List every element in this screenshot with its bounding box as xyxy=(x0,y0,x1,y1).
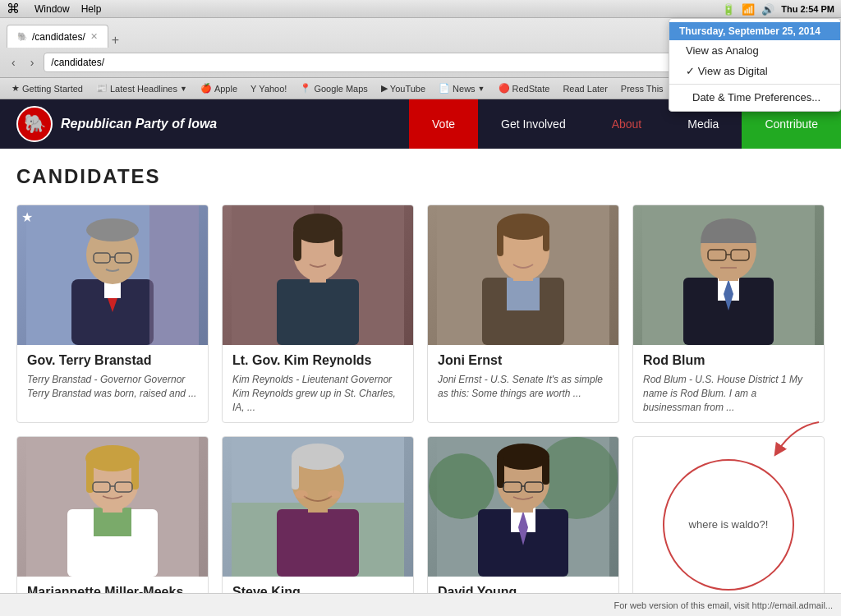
address-bar[interactable] xyxy=(44,53,701,72)
candidate-info-blum: Rod Blum Rod Blum - U.S. House District … xyxy=(633,345,824,422)
candidate-card-miller[interactable]: Mariannette Miller-Meeks xyxy=(16,436,209,614)
bookmark-label: Read Later xyxy=(563,84,607,94)
bottom-right-text: For web version of this email, visit htt… xyxy=(614,600,833,610)
bookmark-press-this[interactable]: Press This xyxy=(616,82,669,95)
candidate-photo-svg-blum xyxy=(633,205,824,345)
candidate-info-reynolds: Lt. Gov. Kim Reynolds Kim Reynolds - Lie… xyxy=(223,345,413,422)
svg-point-57 xyxy=(295,490,308,499)
bookmark-read-later[interactable]: Read Later xyxy=(558,82,612,95)
back-button[interactable]: ‹ xyxy=(7,54,21,71)
bookmark-label: Google Maps xyxy=(314,84,367,94)
candidate-card-reynolds[interactable]: Lt. Gov. Kim Reynolds Kim Reynolds - Lie… xyxy=(222,205,414,423)
svg-point-7 xyxy=(86,218,139,241)
nav-vote[interactable]: Vote xyxy=(409,99,478,149)
candidate-photo-blum xyxy=(633,205,824,345)
candidate-card-king[interactable]: Steve King xyxy=(222,436,414,614)
bookmark-label: Press This xyxy=(621,84,664,94)
bookmark-icon: 📰 xyxy=(96,83,108,94)
candidate-photo-king xyxy=(223,437,413,577)
candidate-photo-svg-young xyxy=(428,437,618,577)
battery-icon: 🔋 xyxy=(722,3,735,16)
svg-rect-28 xyxy=(543,225,549,251)
candidates-row-2: Mariannette Miller-Meeks xyxy=(16,436,825,614)
datetime-prefs-item[interactable]: Date & Time Preferences... xyxy=(669,87,840,108)
menu-window[interactable]: Window xyxy=(34,3,70,15)
candidate-card-ernst[interactable]: Joni Ernst Joni Ernst - U.S. Senate It's… xyxy=(427,205,619,423)
waldo-text: where is waldo?! xyxy=(689,518,769,531)
svg-rect-20 xyxy=(334,228,342,257)
candidate-name-ernst: Joni Ernst xyxy=(438,353,609,368)
candidate-card-blum[interactable]: Rod Blum Rod Blum - U.S. House District … xyxy=(632,205,825,423)
bookmark-redstate[interactable]: 🔴 RedState xyxy=(494,81,555,95)
bookmark-icon: 📄 xyxy=(439,83,450,94)
candidate-desc-reynolds: Kim Reynolds - Lieutenant Governor Kim R… xyxy=(232,373,403,414)
svg-rect-68 xyxy=(497,457,504,488)
svg-rect-11 xyxy=(149,205,199,345)
bookmark-youtube[interactable]: ▶ YouTube xyxy=(376,81,430,95)
new-tab-button[interactable]: + xyxy=(112,33,119,48)
tab-close-icon[interactable]: ✕ xyxy=(90,31,98,42)
wifi-icon: 📶 xyxy=(742,3,755,16)
candidate-name-blum: Rod Blum xyxy=(643,353,814,368)
svg-point-26 xyxy=(497,214,549,240)
candidate-desc-blum: Rod Blum - U.S. House District 1 My name… xyxy=(643,373,814,414)
view-analog-item[interactable]: View as Analog xyxy=(669,40,840,61)
bookmark-label: Apple xyxy=(214,84,237,94)
candidate-card-young[interactable]: David Young xyxy=(427,436,619,614)
browser-tab[interactable]: 🐘 /candidates/ ✕ xyxy=(7,25,108,48)
candidate-photo-young xyxy=(428,437,618,577)
menubar-left: ⌘ Window Help xyxy=(7,1,101,16)
bookmark-label: News xyxy=(453,84,476,94)
bookmark-yahoo[interactable]: Y Yahoo! xyxy=(246,82,292,95)
candidate-card-branstad[interactable]: ★ xyxy=(16,205,209,423)
os-menubar: ⌘ Window Help 🔋 📶 🔊 Thu 2:54 PM xyxy=(0,0,841,18)
candidate-name-reynolds: Lt. Gov. Kim Reynolds xyxy=(232,353,403,368)
clock-display[interactable]: Thu 2:54 PM xyxy=(781,4,834,14)
forward-button[interactable]: › xyxy=(25,54,39,71)
svg-rect-23 xyxy=(507,278,540,310)
website: 🐘 Republican Party of Iowa Vote Get Invo… xyxy=(0,99,841,616)
bookmark-maps[interactable]: 📍 Google Maps xyxy=(295,81,372,95)
bookmark-getting-started[interactable]: ★ Getting Started xyxy=(7,81,88,95)
candidates-section: CANDIDATES ★ xyxy=(0,149,841,616)
svg-rect-27 xyxy=(497,225,503,256)
bookmark-label: Getting Started xyxy=(22,84,83,94)
clock-dropdown: Thursday, September 25, 2014 View as Ana… xyxy=(669,18,841,112)
dropdown-header: Thursday, September 25, 2014 xyxy=(669,22,840,40)
svg-point-67 xyxy=(497,444,549,470)
bookmark-label: Yahoo! xyxy=(259,84,287,94)
waldo-arrow-svg xyxy=(761,418,827,467)
tab-favicon: 🐘 xyxy=(17,32,27,41)
candidate-photo-ernst xyxy=(428,205,618,345)
elephant-icon: 🐘 xyxy=(24,113,46,135)
bookmark-icon: ▶ xyxy=(381,83,388,94)
menu-divider xyxy=(669,84,840,85)
menu-help[interactable]: Help xyxy=(81,3,102,15)
apple-menu-icon[interactable]: ⌘ xyxy=(7,1,20,16)
bookmark-apple[interactable]: 🍎 Apple xyxy=(195,81,242,95)
candidate-info-ernst: Joni Ernst Joni Ernst - U.S. Senate It's… xyxy=(428,345,618,409)
bookmark-icon: 📍 xyxy=(300,83,311,94)
logo-area[interactable]: 🐘 Republican Party of Iowa xyxy=(0,106,233,142)
candidate-name-branstad: Gov. Terry Branstad xyxy=(27,353,198,368)
svg-point-58 xyxy=(328,490,341,499)
bookmark-headlines[interactable]: 📰 Latest Headlines ▼ xyxy=(91,81,192,95)
svg-rect-19 xyxy=(293,228,301,261)
candidate-photo-svg-king xyxy=(223,437,413,577)
nav-about[interactable]: About xyxy=(589,99,665,149)
candidate-card-waldo: where is waldo?! xyxy=(632,436,825,613)
candidate-photo-miller xyxy=(17,437,208,577)
site-title: Republican Party of Iowa xyxy=(61,117,217,131)
chevron-down-icon: ▼ xyxy=(478,85,485,93)
bookmark-news[interactable]: 📄 News ▼ xyxy=(434,81,489,95)
candidate-photo-svg-miller xyxy=(17,437,208,577)
svg-rect-56 xyxy=(292,457,299,490)
bookmark-icon: Y xyxy=(250,84,256,94)
nav-get-involved[interactable]: Get Involved xyxy=(478,99,589,149)
candidate-photo-reynolds xyxy=(223,205,413,345)
section-title: CANDIDATES xyxy=(16,165,825,188)
candidate-info-branstad: Gov. Terry Branstad Terry Branstad - Gov… xyxy=(17,345,208,409)
candidate-photo-svg xyxy=(17,205,208,345)
view-digital-item[interactable]: View as Digital xyxy=(669,61,840,81)
waldo-circle: where is waldo?! xyxy=(663,459,794,591)
